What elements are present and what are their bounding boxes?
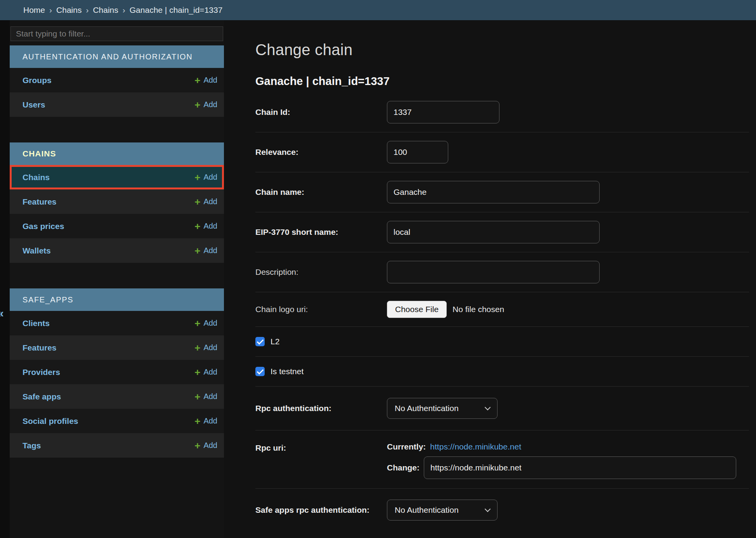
- sidebar-nav: « AUTHENTICATION AND AUTHORIZATION Group…: [0, 20, 224, 538]
- add-clients-button[interactable]: + Add: [194, 319, 217, 328]
- plus-icon: +: [194, 393, 200, 401]
- main-content: Change chain Ganache | chain_id=1337 Cha…: [224, 20, 756, 538]
- sidebar-item-safe-apps: Safe apps + Add: [10, 384, 224, 409]
- add-users-button[interactable]: + Add: [194, 100, 217, 109]
- l2-checkbox[interactable]: [255, 337, 265, 346]
- add-safe-apps-button[interactable]: + Add: [194, 392, 217, 401]
- sidebar-item-groups: Groups + Add: [10, 68, 224, 92]
- plus-icon: +: [194, 319, 200, 327]
- add-tags-button[interactable]: + Add: [194, 441, 217, 450]
- short-name-row: EIP-3770 short name:: [255, 212, 749, 252]
- sidebar-section-chains[interactable]: CHAINS: [10, 142, 224, 165]
- sidebar-item-social-profiles: Social profiles + Add: [10, 409, 224, 433]
- add-groups-button[interactable]: + Add: [194, 76, 217, 85]
- breadcrumb-chains-app-link[interactable]: Chains: [56, 5, 81, 15]
- wallets-link[interactable]: Wallets: [23, 246, 51, 255]
- short-name-input[interactable]: [387, 221, 600, 243]
- choose-file-button[interactable]: Choose File: [387, 301, 447, 318]
- sidebar-section-safe-apps[interactable]: SAFE_APPS: [10, 288, 224, 311]
- rpc-authentication-label: Rpc authentication:: [255, 403, 387, 414]
- rpc-authentication-select[interactable]: No Authentication: [387, 398, 498, 419]
- plus-icon: +: [194, 368, 200, 376]
- chain-logo-row: Chain logo uri: Choose File No file chos…: [255, 292, 749, 327]
- add-chains-button[interactable]: + Add: [194, 173, 217, 182]
- l2-row: L2: [255, 327, 749, 357]
- rpc-uri-row: Rpc uri: Currently: https://node.minikub…: [255, 430, 749, 489]
- add-safeapp-features-button[interactable]: + Add: [194, 343, 217, 352]
- breadcrumb: Home › Chains › Chains › Ganache | chain…: [0, 0, 756, 20]
- plus-icon: +: [194, 101, 200, 109]
- description-input[interactable]: [387, 261, 600, 283]
- plus-icon: +: [194, 247, 200, 255]
- short-name-label: EIP-3770 short name:: [255, 226, 387, 238]
- users-link[interactable]: Users: [23, 100, 45, 109]
- relevance-label: Relevance:: [255, 146, 387, 158]
- object-title: Ganache | chain_id=1337: [255, 75, 749, 88]
- providers-link[interactable]: Providers: [23, 368, 60, 377]
- add-social-profiles-button[interactable]: + Add: [194, 417, 217, 425]
- sidebar-item-users: Users + Add: [10, 92, 224, 117]
- tags-link[interactable]: Tags: [23, 441, 41, 450]
- is-testnet-row: Is testnet: [255, 357, 749, 387]
- collapse-sidebar-icon[interactable]: «: [0, 307, 4, 320]
- current-rpc-uri-link[interactable]: https://node.minikube.net: [430, 442, 521, 451]
- features-link[interactable]: Features: [23, 197, 57, 207]
- change-label: Change:: [387, 463, 420, 472]
- add-features-button[interactable]: + Add: [194, 197, 217, 206]
- relevance-row: Relevance:: [255, 132, 749, 172]
- rpc-uri-input[interactable]: [424, 456, 736, 479]
- plus-icon: +: [194, 222, 200, 230]
- safeapp-features-link[interactable]: Features: [23, 343, 57, 352]
- sidebar-item-tags: Tags + Add: [10, 433, 224, 458]
- sidebar-panel: AUTHENTICATION AND AUTHORIZATION Groups …: [10, 20, 224, 538]
- safe-apps-rpc-authentication-row: Safe apps rpc authentication: No Authent…: [255, 489, 749, 531]
- l2-label: L2: [270, 337, 279, 346]
- social-profiles-link[interactable]: Social profiles: [23, 417, 78, 426]
- plus-icon: +: [194, 442, 200, 449]
- chains-link[interactable]: Chains: [23, 173, 50, 182]
- groups-link[interactable]: Groups: [23, 76, 52, 85]
- chain-id-label: Chain Id:: [255, 106, 387, 118]
- add-wallets-button[interactable]: + Add: [194, 246, 217, 255]
- breadcrumb-separator: ›: [49, 5, 52, 15]
- plus-icon: +: [194, 344, 200, 352]
- file-status-text: No file chosen: [453, 305, 504, 314]
- sidebar-item-chains-selected: Chains + Add: [10, 165, 224, 189]
- add-providers-button[interactable]: + Add: [194, 368, 217, 377]
- rpc-authentication-value: No Authentication: [395, 404, 459, 413]
- sidebar-item-wallets: Wallets + Add: [10, 238, 224, 263]
- gas-prices-link[interactable]: Gas prices: [23, 222, 64, 231]
- plus-icon: +: [194, 417, 200, 425]
- rpc-uri-label: Rpc uri:: [255, 442, 387, 453]
- sidebar-item-clients: Clients + Add: [10, 311, 224, 335]
- chain-name-row: Chain name:: [255, 172, 749, 212]
- sidebar-item-gas-prices: Gas prices + Add: [10, 214, 224, 238]
- sidebar-item-safeapp-features: Features + Add: [10, 335, 224, 360]
- safe-apps-link[interactable]: Safe apps: [23, 392, 61, 401]
- rpc-authentication-row: Rpc authentication: No Authentication: [255, 387, 749, 430]
- breadcrumb-chains-model-link[interactable]: Chains: [93, 5, 118, 15]
- sidebar-filter-input[interactable]: [10, 26, 223, 41]
- currently-label: Currently:: [387, 442, 426, 451]
- chain-id-input[interactable]: [387, 101, 499, 123]
- sidebar-section-auth[interactable]: AUTHENTICATION AND AUTHORIZATION: [10, 45, 224, 68]
- breadcrumb-home-link[interactable]: Home: [23, 5, 45, 15]
- plus-icon: +: [194, 76, 200, 84]
- is-testnet-checkbox[interactable]: [255, 367, 265, 376]
- safe-apps-rpc-authentication-select[interactable]: No Authentication: [387, 500, 498, 521]
- chevron-down-icon: [485, 506, 491, 512]
- sidebar-gap: [10, 263, 224, 288]
- chain-id-row: Chain Id:: [255, 92, 749, 132]
- description-label: Description:: [255, 266, 387, 278]
- description-row: Description:: [255, 252, 749, 292]
- breadcrumb-current: Ganache | chain_id=1337: [130, 5, 223, 15]
- add-gas-prices-button[interactable]: + Add: [194, 222, 217, 231]
- breadcrumb-separator: ›: [86, 5, 88, 15]
- sidebar-item-features: Features + Add: [10, 189, 224, 214]
- relevance-input[interactable]: [387, 141, 448, 163]
- chain-name-input[interactable]: [387, 181, 600, 203]
- page-title: Change chain: [255, 41, 749, 59]
- clients-link[interactable]: Clients: [23, 319, 50, 328]
- chain-name-label: Chain name:: [255, 186, 387, 198]
- chevron-down-icon: [485, 404, 491, 411]
